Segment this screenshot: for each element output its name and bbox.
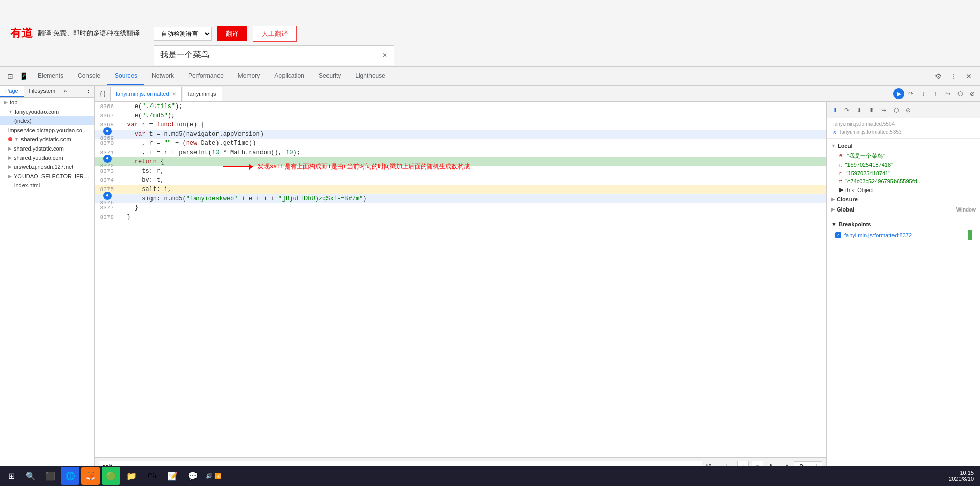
step-over-btn[interactable]: ↷	[841, 104, 853, 116]
taskbar-app-notepad[interactable]: 📝	[163, 467, 182, 485]
scope-item-t[interactable]: t: "c74c03c52496795b65595fd...	[831, 177, 976, 185]
scope-item-r[interactable]: r: "1597025418741"	[831, 169, 976, 177]
call-stack-file: fanyi.min.js:formatted:5504	[833, 121, 895, 127]
code-line[interactable]: 8378 }	[95, 213, 826, 222]
sidebar-item-impservice[interactable]: impservice.dictapp.youdao.co...	[0, 125, 94, 135]
breakpoint-checkbox[interactable]: ✓	[835, 232, 841, 238]
pause-button[interactable]: ⏸	[829, 104, 840, 116]
sidebar-menu-button[interactable]: ⋮	[82, 86, 94, 97]
file-tab-minjs[interactable]: fanyi.min.js	[183, 87, 222, 101]
format-button[interactable]: { }	[97, 88, 109, 100]
call-stack-item[interactable]: s fanyi.min.js:formatted:5353	[831, 128, 976, 136]
sidebar-tab-more[interactable]: »	[60, 86, 70, 97]
taskbar-app-folder[interactable]: 📁	[122, 467, 141, 485]
code-line[interactable]: 8373 ts: r,	[95, 166, 826, 176]
translate-close-icon[interactable]: ✕	[382, 52, 387, 59]
lang-select[interactable]: 自动检测语言	[154, 27, 212, 41]
taskbar-app-edge[interactable]: 🌐	[61, 467, 79, 485]
sidebar-item-shared-youdao[interactable]: ▶ shared.youdao.com	[0, 153, 94, 162]
scope-global-header[interactable]: ▶ Global Window	[831, 204, 976, 215]
human-translate-button[interactable]: 人工翻译	[253, 26, 297, 42]
inspect-element-button[interactable]: ⊡	[4, 70, 16, 82]
tab-performance[interactable]: Performance	[181, 67, 231, 85]
step-into-btn[interactable]: ⬇	[854, 104, 865, 116]
devtools-panel: ⊡ 📱 Elements Console Sources Network Per…	[0, 67, 980, 486]
breakpoints-label: Breakpoints	[839, 221, 872, 227]
sidebar-item-shared-ydstatic-1[interactable]: ▼ shared.ydstatic.com	[0, 135, 94, 144]
sidebar-item-fanyi-youdao[interactable]: ▼ fanyi.youdao.com	[0, 107, 94, 116]
step-btn[interactable]: ↪	[878, 104, 889, 116]
sidebar-item-index-html[interactable]: index.html	[0, 181, 94, 190]
right-panel-toolbar: ⏸ ↷ ⬇ ⬆ ↪ ⬡ ⊘	[827, 102, 980, 118]
code-line[interactable]: 8366 e("./utils");	[95, 102, 826, 111]
translate-result-text: 我是一个菜鸟	[160, 50, 209, 60]
task-view-button[interactable]: ⬛	[41, 467, 59, 485]
tab-security[interactable]: Security	[312, 67, 348, 85]
code-line-breakpoint2[interactable]: ●8376 sign: n.md5("fanyideskweb" + e + i…	[95, 194, 826, 203]
deactivate-bp-button[interactable]: ⬡	[954, 88, 966, 99]
scope-key: t:	[839, 178, 842, 184]
line-content: e("./md5");	[120, 112, 826, 119]
sidebar-item-urswebzj[interactable]: ▶ urswebzj.nosdn.127.net	[0, 162, 94, 172]
close-devtools-button[interactable]: ✕	[963, 70, 975, 82]
dont-pause-btn[interactable]: ⊘	[903, 104, 914, 116]
scope-this-label: this: Object	[845, 187, 874, 193]
sidebar-tab-filesystem[interactable]: Filesystem	[24, 86, 61, 97]
code-line[interactable]: 8371 , i = r + parseInt(10 * Math.random…	[95, 148, 826, 157]
tab-application[interactable]: Application	[267, 67, 312, 85]
taskbar-app-wechat[interactable]: 💬	[184, 467, 202, 485]
sidebar-item-youdao-selector[interactable]: ▶ YOUDAO_SELECTOR_IFRAME (	[0, 172, 94, 181]
code-line[interactable]: 8370 , r = "" + (new Date).getTime()	[95, 139, 826, 148]
scope-closure-header[interactable]: ▶ Closure	[831, 194, 976, 204]
code-line[interactable]: 8374 bv: t,	[95, 176, 826, 185]
scope-item-e[interactable]: e: "我是一个菜鸟"	[831, 151, 976, 161]
dont-pause-button[interactable]: ⊘	[967, 88, 978, 99]
deactivate-btn[interactable]: ⬡	[890, 104, 902, 116]
more-button[interactable]: ⋮	[947, 70, 960, 82]
code-line-active[interactable]: ●8372 return {	[95, 157, 826, 166]
step-over-button[interactable]: ↷	[905, 88, 917, 99]
line-content: ts: r,	[120, 167, 826, 175]
tab-sources[interactable]: Sources	[107, 67, 144, 85]
code-content[interactable]: 8366 e("./utils"); 8367 e("./md5"); 83	[95, 102, 826, 457]
file-tab-formatted[interactable]: fanyi.min.js:formatted ✕	[110, 87, 182, 101]
breakpoints-header[interactable]: ▼ Breakpoints	[831, 219, 976, 229]
taskbar-clock[interactable]: 10:15 2020/8/10	[949, 470, 978, 482]
step-into-button[interactable]: ↓	[918, 88, 929, 99]
code-line[interactable]: 8377 }	[95, 203, 826, 213]
sidebar-item-index[interactable]: (index)	[0, 116, 94, 125]
step-out-button[interactable]: ↑	[930, 88, 941, 99]
taskbar-app-chrome[interactable]: 🟢	[102, 467, 120, 485]
taskbar-app-firefox[interactable]: 🦊	[81, 467, 100, 485]
tab-network[interactable]: Network	[144, 67, 181, 85]
file-tab-close-icon[interactable]: ✕	[172, 91, 176, 97]
sidebar-item-shared-ydstatic-2[interactable]: ▶ shared.ydstatic.com	[0, 144, 94, 153]
tab-memory[interactable]: Memory	[231, 67, 267, 85]
code-line[interactable]: 8367 e("./md5");	[95, 111, 826, 120]
debug-controls: ▶ ↷ ↓ ↑ ↪ ⬡ ⊘	[893, 88, 978, 99]
tab-elements[interactable]: Elements	[31, 67, 71, 85]
breakpoints-section: ▼ Breakpoints ✓ fanyi.min.js:formatted:8…	[827, 217, 980, 243]
pause-resume-button[interactable]: ▶	[893, 88, 904, 99]
sidebar-tab-page[interactable]: Page	[0, 86, 24, 97]
tab-console[interactable]: Console	[71, 67, 107, 85]
tab-lighthouse[interactable]: Lighthouse	[348, 67, 393, 85]
code-line[interactable]: 8368 var r = function(e) {	[95, 120, 826, 130]
code-line-highlighted[interactable]: 8375 salt: i,	[95, 185, 826, 194]
breakpoint-item[interactable]: ✓ fanyi.min.js:formatted:8372	[831, 229, 976, 241]
scope-local-header[interactable]: ▼ Local	[831, 141, 976, 151]
step-out-btn[interactable]: ⬆	[866, 104, 877, 116]
scope-item-i[interactable]: i: "15970254187418"	[831, 161, 976, 169]
start-button[interactable]: ⊞	[2, 467, 20, 485]
scope-value: "我是一个菜鸟"	[847, 152, 885, 160]
search-button[interactable]: 🔍	[21, 467, 40, 485]
taskbar-app-store[interactable]: 🛍	[143, 467, 161, 485]
call-stack-item[interactable]: fanyi.min.js:formatted:5504	[831, 120, 976, 128]
scope-this-item[interactable]: ▶ this: Object	[831, 185, 976, 194]
step-button[interactable]: ↪	[942, 88, 953, 99]
code-line-breakpoint[interactable]: ●8369 var t = n.md5(navigator.appVersion…	[95, 130, 826, 139]
settings-button[interactable]: ⚙	[932, 70, 944, 82]
sidebar-item-top[interactable]: ▶ top	[0, 98, 94, 107]
translate-button[interactable]: 翻译	[217, 26, 247, 41]
device-toolbar-button[interactable]: 📱	[17, 70, 30, 82]
